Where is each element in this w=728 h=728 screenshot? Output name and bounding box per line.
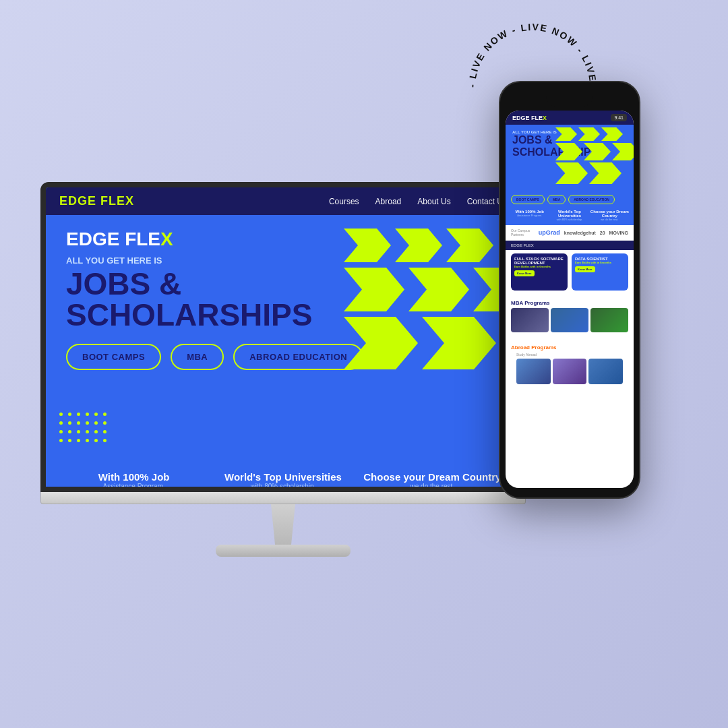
phone-mba-section: MBA Programs [506,294,634,338]
nav-link-courses[interactable]: Courses [329,197,359,206]
monitor-bezel [40,492,526,504]
phone-hero: ALL YOU GET HERE IS JOBS & SCHOLARSHIPS [506,125,634,192]
phone-chevron-3 [601,127,623,141]
mba-card-3 [590,308,628,332]
phone-course-fullstack: FULL STACK SOFTWARE DEVELOPMENT Earn 8la… [511,253,568,291]
course-earn-fullstack: Earn 8lakhs with in 6months [514,265,564,268]
partners-label: Our Campus Partners [511,229,535,237]
monitor-hero: EDGE FLEX ALL YOU GET HERE IS JOBS & SCH… [46,215,520,464]
partner-upgrad: upGrad [539,229,560,236]
info-item-job: With 100% Job Assistance Program. [59,471,208,490]
abroad-card-2 [553,359,587,384]
phone-chevron-4 [555,143,582,160]
phone-info-country-title: Choose your Dream Country [590,210,630,218]
phone-mba-btn[interactable]: MBA [547,195,566,204]
phone-chevrons [555,127,634,184]
phone-info-country: Choose your Dream Country we do the rest… [590,210,630,221]
phone-abroad-section: Abroad Programs Study Abroad [506,338,634,394]
phone-info-uni-title: World's Top Universities [549,210,589,218]
phone-section-nav-label: EDGE FLEX [511,243,534,247]
phone-partners-row: Our Campus Partners upGrad knowledgehut … [506,225,634,241]
info-job-sub: Assistance Program. [59,483,208,490]
info-uni-sub: with 80% scholarship. [208,483,357,490]
dot-decoration [59,413,109,444]
info-item-uni: World's Top Universities with 80% schola… [208,471,357,490]
nav-link-abroad[interactable]: Abroad [375,197,402,206]
monitor-base [216,545,351,557]
chevron-7 [344,317,418,369]
mba-cards-row [511,308,628,332]
chevron-4 [344,268,404,311]
chevron-8 [422,317,496,369]
course-title-fullstack: FULL STACK SOFTWARE DEVELOPMENT [514,257,564,265]
chevron-3 [446,229,493,262]
mba-button[interactable]: MBA [171,344,224,370]
phone-status-bar: 9:41 [611,114,627,121]
phone-course-datascience: DATA SCIENTIST Earn 8lakhs with in 6mont… [572,253,628,291]
mba-section-title: MBA Programs [511,300,628,306]
nav-link-about[interactable]: About Us [417,197,450,206]
learn-more-data[interactable]: Know More [575,266,595,272]
phone-chevron-5 [584,143,611,160]
info-country-sub: we do the rest. [358,483,507,490]
monitor-info-row: With 100% Job Assistance Program. World'… [46,464,520,492]
phone-info-job-sub: Assistance Program. [510,214,549,217]
monitor: EDGE FLEX Courses Abroad About Us Contac… [40,182,526,557]
phone-info-job: With 100% Job Assistance Program. [510,210,549,221]
phone-notch [546,92,593,107]
phone-logo-x: X [543,115,547,121]
monitor-screen: EDGE FLEX Courses Abroad About Us Contac… [40,182,526,492]
abroad-card-1 [516,359,551,384]
course-earn-data: Earn 8lakhs with in 6months [575,261,625,264]
phone-mockup: EDGE FLEX 9:41 ALL YOU GET HERE IS JOBS … [499,81,640,499]
monitor-logo-text: EDGE FLE [59,194,125,208]
mba-card-2 [551,308,588,332]
phone-navbar: EDGE FLEX 9:41 [506,111,634,125]
chevrons-decoration [344,229,520,369]
chevron-5 [408,268,469,311]
phone-info-uni: World's Top Universities with 80% schola… [549,210,589,221]
partner-20: 20 [600,231,605,235]
partner-moving: MOVING [609,231,628,235]
phone-chevron-8 [589,162,621,184]
monitor-logo-x: X [125,194,134,208]
abroad-cards-row [511,359,628,388]
phone-chevron-2 [578,127,600,141]
phone-chevron-7 [555,162,588,184]
phone-info-uni-sub: with 80% scholarship. [549,218,589,221]
monitor-nav-links: Courses Abroad About Us Contact Us [329,197,507,206]
phone-chevron-6 [612,143,634,160]
monitor-navbar: EDGE FLEX Courses Abroad About Us Contac… [46,187,520,215]
info-job-title: With 100% Job [59,471,208,483]
monitor-logo: EDGE FLEX [59,194,134,208]
info-country-title: Choose your Dream Country [358,471,507,483]
phone-chevron-1 [555,127,577,141]
phone-abroad-btn[interactable]: ABROAD EDUCATION [568,195,615,204]
chevron-2 [395,229,442,262]
phone-info-row: With 100% Job Assistance Program. World'… [506,207,634,225]
phone-courses-section: FULL STACK SOFTWARE DEVELOPMENT Earn 8la… [506,250,634,294]
learn-more-fullstack[interactable]: Know More [514,270,535,276]
monitor-neck [263,504,303,545]
info-uni-title: World's Top Universities [208,471,357,483]
mba-card-1 [511,308,549,332]
phone-info-country-sub: we do the rest. [590,218,630,221]
info-item-country: Choose your Dream Country we do the rest… [358,471,507,490]
phone-boot-camps-btn[interactable]: BOOT CAMPS [511,195,545,204]
chevron-1 [344,229,391,262]
boot-camps-button[interactable]: BOOT CAMPS [66,344,161,370]
phone-buttons-row: BOOT CAMPS MBA ABROAD EDUCATION [506,192,634,207]
abroad-card-3 [588,359,623,384]
phone-logo: EDGE FLEX [512,115,547,121]
partner-kh: knowledgehut [564,231,596,235]
abroad-sub: Study Abroad [516,353,623,357]
phone-section2-nav: EDGE FLEX [506,241,634,250]
phone-screen: EDGE FLEX 9:41 ALL YOU GET HERE IS JOBS … [506,111,634,488]
abroad-section-title: Abroad Programs [511,344,628,351]
hero-logo-x: X [160,229,173,249]
